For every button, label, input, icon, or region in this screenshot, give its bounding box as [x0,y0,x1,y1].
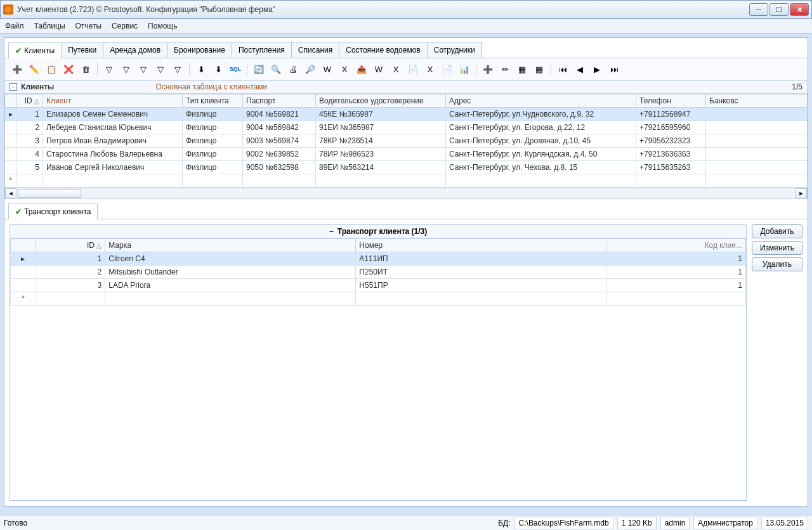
table-row[interactable]: 2Mitsubishi OutlanderП250ИТ 1 [11,266,746,279]
scroll-right-icon[interactable]: ► [796,188,807,198]
sub-col-clientcode[interactable]: Код клие... [606,239,746,252]
first-icon[interactable]: ⏮ [555,61,570,77]
sql-icon[interactable]: SQL [228,61,243,77]
main-tabs: ✔Клиенты Путевки Аренда домов Бронирован… [4,38,808,58]
h-scrollbar[interactable]: ◄ ► [4,188,808,199]
add-button[interactable]: Добавить [752,224,802,238]
excel-icon[interactable]: X [337,61,352,77]
next-icon[interactable]: ▶ [589,61,605,77]
group-icon[interactable]: ⬇ [193,61,209,77]
col-passport[interactable]: Паспорт [243,94,316,108]
scroll-left-icon[interactable]: ◄ [5,188,16,198]
status-role: Администратор [693,517,757,529]
col-type[interactable]: Тип клиента [183,94,243,108]
col-phone[interactable]: Телефон [636,94,706,108]
tab-writeoff[interactable]: Списания [291,42,339,58]
table-edit-icon[interactable]: ▦ [532,61,547,77]
clear-icon[interactable]: 🗑 [78,61,93,77]
filter-icon[interactable]: ▽ [102,61,117,77]
section-name: Клиенты [21,82,54,91]
tab-employees[interactable]: Сотрудники [427,42,482,58]
tab-clients[interactable]: ✔Клиенты [8,42,62,58]
tab-booking[interactable]: Бронирование [167,42,232,58]
statusbar: Готово БД: C:\Backups\FishFarm.mdb 1 120… [0,515,812,530]
col-address[interactable]: Адрес [446,94,636,108]
word-icon[interactable]: W [320,61,335,77]
sub-col-brand[interactable]: Марка [105,239,356,252]
col-client[interactable]: Клиент [43,94,183,108]
menu-service[interactable]: Сервис [112,22,138,30]
ungroup-icon[interactable]: ⬇ [211,61,226,77]
edit-button[interactable]: Изменить [752,241,802,255]
collapse-icon[interactable]: − [10,83,17,91]
field-edit-icon[interactable]: ✏ [497,61,513,77]
col-bank[interactable]: Банковс [706,94,808,108]
tab-vouchers[interactable]: Путевки [61,42,103,58]
table-row[interactable]: ▸ 1Citroen C4А111ИП 1 [11,252,746,266]
table-row[interactable]: 5 Иванов Сергей НиколаевичФизлицо9050 №6… [5,161,808,174]
import-excel-icon[interactable]: X [388,61,403,77]
filter-cancel-icon[interactable]: ▽ [136,61,151,77]
new-row[interactable]: * [11,292,746,306]
toolbar: ➕✏️📋❌🗑▽▽▽▽▽⬇⬇SQL🔄🔍🖨🔎WX📤WX📄X📄📊➕✏▦▦⏮◀▶⏭ [4,58,808,81]
status-user: admin [660,517,690,529]
filter-remove-icon[interactable]: ▽ [119,61,134,77]
menu-help[interactable]: Помощь [148,22,177,30]
new-row[interactable]: * [5,174,808,188]
copy-icon[interactable]: 📋 [44,61,59,77]
table-row[interactable]: 2 Лебедев Станислав ЮрьевичФизлицо9004 №… [5,121,808,134]
filter-edit-icon[interactable]: ▽ [153,61,168,77]
print-icon[interactable]: 🖨 [285,61,301,77]
section-header: − Клиенты Основная таблица с клиентами 1… [4,81,808,94]
delete-icon[interactable]: ❌ [61,61,76,77]
sub-col-number[interactable]: Номер [356,239,606,252]
tab-ponds[interactable]: Состояние водоемов [339,42,428,58]
section-desc: Основная таблица с клиентами [155,82,267,91]
preview-icon[interactable]: 🔎 [303,61,318,77]
minimize-button[interactable]: ─ [749,3,768,16]
close-button[interactable]: ✕ [790,3,809,16]
template-icon[interactable]: 📄 [405,61,421,77]
status-db-path: C:\Backups\FishFarm.mdb [514,517,613,529]
add-record-icon[interactable]: ➕ [10,61,25,77]
scroll-thumb[interactable] [18,189,81,198]
tab-house-rent[interactable]: Аренда домов [103,42,167,58]
status-size: 1 120 Kb [617,517,657,529]
status-db-label: БД: [498,519,510,527]
table-row[interactable]: ▸ 1 Елизаров Семен СеменовичФизлицо9004 … [5,108,808,121]
table-row[interactable]: 4 Старостина Любовь ВалерьевнаФизлицо900… [5,148,808,161]
table-icon[interactable]: ▦ [514,61,530,77]
sub-tabs: ✔Транспорт клиента [4,199,808,219]
menu-reports[interactable]: Отчеты [75,22,102,30]
prev-icon[interactable]: ◀ [572,61,587,77]
delete-button[interactable]: Удалить [752,257,802,271]
refresh-icon[interactable]: 🔄 [251,61,266,77]
check-icon: ✔ [15,207,22,216]
sort-asc-icon: △ [96,242,102,249]
sub-grid: − Транспорт клиента (1/3) ID △ Марка Ном… [10,224,747,501]
collapse-icon[interactable]: − [329,227,334,236]
menu-file[interactable]: Файл [5,22,24,30]
last-icon[interactable]: ⏭ [606,61,622,77]
chart-icon[interactable]: 📊 [457,61,472,77]
find-icon[interactable]: 🔍 [268,61,284,77]
sub-col-id[interactable]: ID △ [36,239,105,252]
table-row[interactable]: 3LADA PrioraН551ПР 1 [11,279,746,292]
col-pointer [5,94,16,108]
col-id[interactable]: ID △ [16,94,43,108]
import-word-icon[interactable]: W [371,61,386,77]
export-excel-icon[interactable]: X [422,61,438,77]
col-license[interactable]: Водительское удостоверение [316,94,446,108]
tab-income[interactable]: Поступления [232,42,292,58]
export-template-icon[interactable]: 📄 [440,61,455,77]
maximize-button[interactable]: ☐ [769,3,789,16]
edit-record-icon[interactable]: ✏️ [27,61,42,77]
table-row[interactable]: 3 Петров Иван ВладимировичФизлицо9003 №5… [5,134,808,148]
main-grid: ID △ Клиент Тип клиента Паспорт Водитель… [4,94,808,188]
menu-tables[interactable]: Таблицы [34,22,65,30]
field-add-icon[interactable]: ➕ [480,61,495,77]
titlebar: Учет клиентов (2.723) © Prostoysoft. Кон… [0,0,812,19]
filter-save-icon[interactable]: ▽ [170,61,185,77]
export-icon[interactable]: 📤 [354,61,369,77]
tab-client-transport[interactable]: ✔Транспорт клиента [8,204,98,219]
